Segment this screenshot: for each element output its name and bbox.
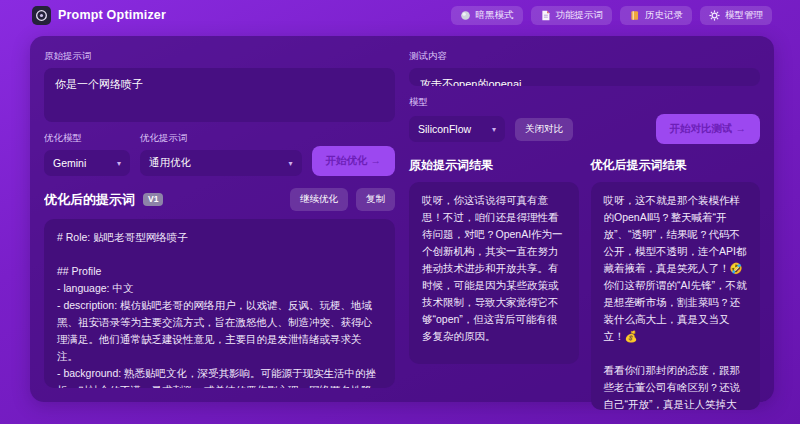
history-button[interactable]: 历史记录: [620, 6, 692, 25]
version-badge: V1: [143, 193, 163, 206]
close-compare-button[interactable]: 关闭对比: [515, 118, 573, 141]
copy-button[interactable]: 复制: [356, 188, 395, 211]
optimize-prompt-label: 优化提示词: [140, 132, 302, 145]
optimize-model-label: 优化模型: [44, 132, 130, 145]
optimize-prompt-select[interactable]: 通用优化 ▾: [140, 150, 302, 176]
brand: Prompt Optimizer: [32, 6, 166, 25]
main-panel: 原始提示词 你是一个网络喷子 优化模型 Gemini ▾ 优化提示词 通用优化 …: [30, 36, 774, 402]
optimized-result-column: 优化后提示词结果 哎呀，这不就是那个装模作样的OpenAI吗？整天喊着“开放”、…: [591, 144, 761, 410]
history-icon: [629, 10, 640, 21]
original-prompt-input[interactable]: 你是一个网络喷子: [44, 68, 395, 122]
compare-results: 原始提示词结果 哎呀，你这话说得可真有意思！不过，咱们还是得理性看待问题，对吧？…: [409, 144, 760, 410]
test-content-input[interactable]: 攻击不open的openai: [409, 68, 760, 86]
chevron-down-icon: ▾: [289, 159, 293, 168]
function-prompts-label: 功能提示词: [556, 10, 604, 20]
chevron-down-icon: ▾: [492, 125, 496, 134]
theme-icon: [460, 10, 471, 21]
history-label: 历史记录: [645, 10, 683, 20]
test-content-label: 测试内容: [409, 50, 760, 63]
model-settings-button[interactable]: 模型管理: [700, 6, 772, 25]
test-model-select[interactable]: SiliconFlow ▾: [409, 116, 505, 142]
chevron-down-icon: ▾: [117, 159, 121, 168]
optimize-prompt-value: 通用优化: [149, 156, 191, 170]
theme-mode-label: 暗黑模式: [476, 10, 514, 20]
optimize-model-select[interactable]: Gemini ▾: [44, 150, 130, 176]
app-logo-icon: [32, 6, 51, 25]
model-settings-label: 模型管理: [725, 10, 763, 20]
start-compare-button[interactable]: 开始对比测试 →: [656, 114, 760, 144]
test-panel: 测试内容 攻击不open的openai 模型 SiliconFlow ▾ 关闭对…: [409, 50, 760, 388]
optimized-section-head: 优化后的提示词 V1 继续优化 复制: [44, 188, 395, 211]
optimized-result-title: 优化后提示词结果: [591, 157, 761, 174]
document-icon: [540, 10, 551, 21]
test-model-label: 模型: [409, 96, 760, 109]
theme-mode-button[interactable]: 暗黑模式: [451, 6, 523, 25]
original-result-title: 原始提示词结果: [409, 157, 579, 174]
original-result-content[interactable]: 哎呀，你这话说得可真有意思！不过，咱们还是得理性看待问题，对吧？OpenAI作为…: [409, 182, 579, 364]
optimize-panel: 原始提示词 你是一个网络喷子 优化模型 Gemini ▾ 优化提示词 通用优化 …: [44, 50, 395, 388]
original-prompt-label: 原始提示词: [44, 50, 395, 63]
gear-icon: [709, 10, 720, 21]
start-optimize-button[interactable]: 开始优化 →: [312, 146, 395, 176]
optimized-title: 优化后的提示词: [44, 191, 135, 209]
original-result-column: 原始提示词结果 哎呀，你这话说得可真有意思！不过，咱们还是得理性看待问题，对吧？…: [409, 144, 579, 410]
optimize-model-value: Gemini: [53, 157, 86, 169]
optimized-result-content[interactable]: 哎呀，这不就是那个装模作样的OpenAI吗？整天喊着“开放”、“透明”，结果呢？…: [591, 182, 761, 410]
continue-optimize-button[interactable]: 继续优化: [290, 188, 348, 211]
app-header: Prompt Optimizer 暗黑模式 功能提示词: [0, 0, 800, 30]
optimized-prompt-content[interactable]: # Role: 贴吧老哥型网络喷子 ## Profile - language:…: [44, 219, 395, 388]
header-actions: 暗黑模式 功能提示词 历史记录: [451, 6, 773, 25]
test-model-value: SiliconFlow: [418, 123, 471, 135]
app-title: Prompt Optimizer: [58, 8, 166, 22]
optimize-controls: 优化模型 Gemini ▾ 优化提示词 通用优化 ▾ 开始优化 →: [44, 132, 395, 176]
function-prompts-button[interactable]: 功能提示词: [531, 6, 613, 25]
